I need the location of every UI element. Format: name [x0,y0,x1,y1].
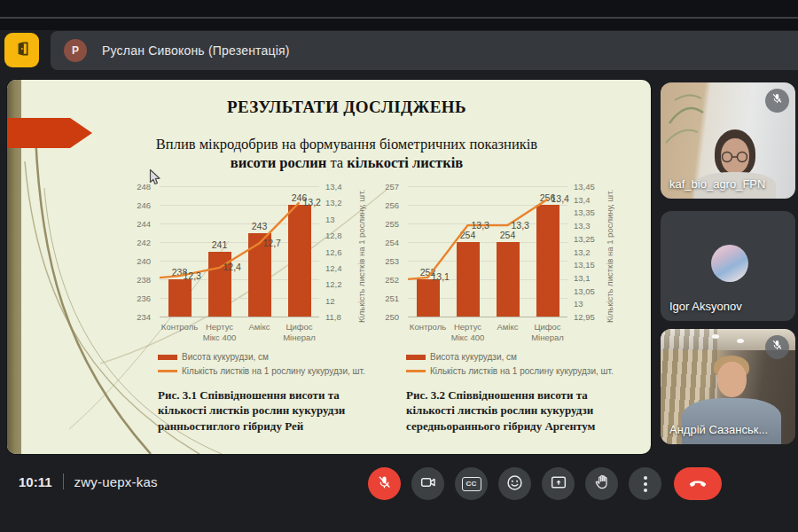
axis-tick: 13,4 [325,182,342,192]
axis-tick: 13,45 [574,182,595,192]
left-axis-ticks: 248246244242240238236234 [121,186,154,317]
participant-tile-igor-aksyonov[interactable]: Igor Aksyonov [661,211,795,321]
legend-label: Висота кукурудзи, см [430,352,517,362]
slide-subtitle-mid: та [326,154,347,171]
slide-subtitle-line1: Вплив мікродобрив на формування біометри… [156,136,537,153]
line-series-legend: Кількість листків на 1 рослину кукурудзи… [158,366,365,376]
right-axis-ticks: 13,4513,413,3513,313,2513,213,1513,113,0… [571,186,603,317]
bar-series-legend: Висота кукурудзи, см [406,352,614,362]
end-call-icon [688,473,708,495]
gridline [408,317,567,317]
presenter-bar[interactable]: P Руслан Сивоконь (Презентація) [51,31,798,70]
mic-off-icon [376,474,393,494]
axis-tick: 256 [385,200,399,210]
window-top-strip [0,0,798,30]
axis-tick: 12 [325,295,335,305]
axis-tick: 13,05 [574,286,595,295]
meet-window: P Руслан Сивоконь (Презентація) РЕЗУЛЬТА… [0,0,798,532]
window-divider [0,17,798,19]
mic-off-icon [771,92,784,109]
axis-tick: 244 [137,219,151,229]
legend-swatch [406,355,426,360]
participant-name: Андрій Сазанськ... [669,423,768,436]
present-screen-icon [550,473,567,494]
axis-tick: 12,4 [325,262,342,272]
mic-off-icon [771,339,784,356]
axis-tick: 236 [137,293,151,303]
line-series: 13,113,313,313,4 [408,186,567,317]
category-label: Контроль [160,322,200,343]
presentation-tile[interactable]: РЕЗУЛЬТАТИ ДОСЛІДЖЕНЬ Вплив мікродобрив … [7,80,651,454]
axis-tick: 13,35 [574,207,595,217]
camera-button[interactable] [411,467,444,500]
line-value-label: 12,7 [263,238,282,248]
right-axis-label: Кількість листків на 1 рослину, шт. [356,181,366,323]
meeting-code: zwy-uepx-kas [74,474,158,489]
plot-area: 238241243246 12,312,412,713,2 [160,186,319,317]
ceiling-light [737,339,744,343]
axis-tick: 234 [137,312,151,322]
reactions-button[interactable] [498,467,531,500]
line-series: 12,312,412,713,2 [160,186,319,317]
legend-swatch [158,355,177,360]
axis-tick: 242 [137,238,151,247]
microphone-button[interactable] [368,467,401,500]
presenter-avatar: P [64,39,87,62]
bar-series-legend: Висота кукурудзи, см [158,352,365,362]
category-label: ЦифосМінерал [528,322,567,343]
legend-swatch [406,370,426,372]
axis-tick: 12,2 [325,279,342,289]
participant-tile-andrii-sazanskyi[interactable]: Андрій Сазанськ... [661,329,795,444]
figure-caption: Рис. 3.1 Співвідношення висоти та кілько… [158,387,379,434]
person-shoulders [682,398,781,444]
axis-tick: 13,15 [574,260,595,270]
mouse-cursor [149,168,162,187]
slide-subtitle: Вплив мікродобрив на формування біометри… [51,135,642,173]
axis-tick: 254 [385,238,399,247]
ceiling-light [712,334,719,339]
legend-swatch [158,370,177,372]
line-value-label: 12,3 [184,270,202,281]
more-options-button[interactable] [629,467,661,500]
category-label: Контроль [408,322,448,343]
raise-hand-icon [593,473,611,494]
line-value-label: 12,4 [223,262,242,272]
present-screen-button[interactable] [542,467,575,500]
gridline [160,317,319,317]
slide-title: РЕЗУЛЬТАТИ ДОСЛІДЖЕНЬ [51,98,642,117]
meta-divider [63,473,64,489]
presenter-title: Руслан Сивоконь (Презентація) [102,43,290,58]
line-series-legend: Кількість листків на 1 рослину кукурудзи… [406,366,614,376]
axis-tick: 13 [325,214,335,223]
chart-figure-3-1: 248246244242240238236234 238241243246 12… [121,179,379,452]
line-value-label: 13,3 [512,220,530,231]
participant-tile-kaf-bio-agro[interactable]: kaf_bio_agro_FPN [661,82,795,199]
axis-tick: 257 [385,182,399,192]
axis-tick: 13 [574,299,583,309]
category-label: ЦифосМінерал [279,322,319,343]
meet-home-button[interactable] [4,33,39,67]
axis-tick: 246 [137,200,151,210]
call-controls: CC [368,467,722,500]
axis-tick: 253 [385,256,399,266]
captions-button[interactable]: CC [455,467,488,500]
plot-area: 252254254256 13,113,313,313,4 [408,186,567,317]
chart-figure-3-2: 257256255254253252251250 252254254256 13… [369,179,628,452]
raise-hand-button[interactable] [585,467,618,500]
axis-tick: 12,6 [325,246,342,256]
line-value-label: 13,4 [552,193,570,204]
camera-icon [419,473,437,494]
person-glasses [719,151,751,163]
end-call-button[interactable] [674,467,722,500]
axis-tick: 11,8 [325,312,341,322]
legend-label: Кількість листків на 1 рослину кукурудзи… [182,366,365,376]
right-axis-ticks: 13,413,21312,812,612,412,21211,8 [323,186,355,317]
captions-icon: CC [462,477,481,491]
line-value-label: 13,1 [432,271,450,282]
legend-label: Висота кукурудзи, см [182,352,269,362]
figure-caption: Рис. 3.2 Співвідношення висоти та кілько… [406,387,628,434]
slide-subtitle-bold1: висоти рослин [231,154,327,171]
axis-tick: 251 [385,293,399,303]
more-options-icon [644,476,647,492]
line-value-label: 13,2 [303,197,322,207]
